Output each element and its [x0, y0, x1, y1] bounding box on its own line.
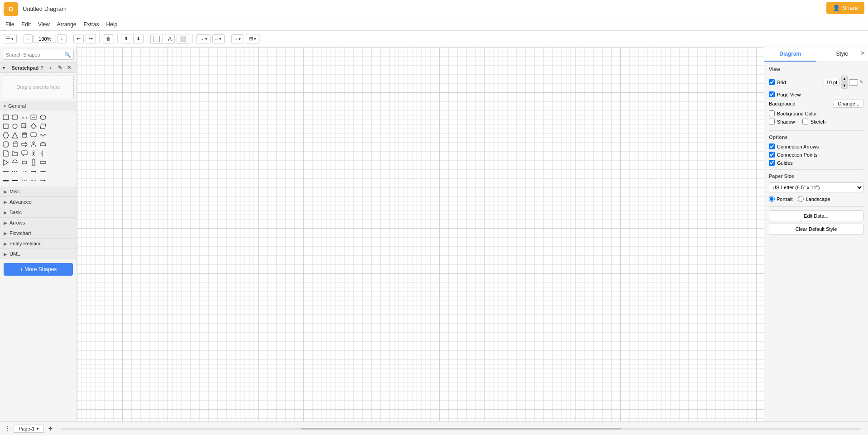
shape-square[interactable] [2, 122, 10, 130]
scratchpad-close-icon[interactable]: ✕ [67, 65, 74, 71]
grid-checkbox[interactable] [769, 79, 775, 85]
shape-diamond[interactable] [29, 122, 38, 130]
shape-triangle[interactable] [11, 131, 19, 139]
shape-small-rect[interactable] [20, 158, 29, 167]
menu-edit[interactable]: Edit [18, 19, 34, 29]
bottom-menu-icon[interactable]: ⋮ [3, 424, 12, 433]
shape-cloud[interactable] [39, 140, 47, 148]
grid-size-up-btn[interactable]: ▲ [841, 76, 848, 82]
section-header-misc[interactable]: ▶ Misc [0, 186, 77, 197]
shape-arrow-stub[interactable] [39, 177, 47, 185]
shape-brace[interactable] [39, 149, 47, 158]
shape-doc[interactable] [2, 149, 10, 158]
to-front-btn[interactable]: ⬆ [121, 34, 131, 43]
shape-rect-shadow[interactable] [20, 122, 29, 130]
shape-line-dashed[interactable] [11, 167, 19, 176]
edit-data-button[interactable]: Edit Data... [769, 210, 863, 221]
line-color-btn[interactable]: A [165, 34, 175, 44]
right-panel-close-icon[interactable]: ✕ [860, 50, 865, 57]
connection-arrows-checkbox[interactable] [769, 143, 775, 149]
shape-cylinder[interactable] [20, 131, 29, 139]
page-tab-1[interactable]: Page-1 ▾ [14, 425, 44, 433]
zoom-in-btn[interactable]: + [57, 34, 66, 43]
sketch-checkbox[interactable] [802, 119, 808, 124]
shape-line-solid[interactable] [2, 167, 10, 176]
section-header-general[interactable]: ▾ General [0, 101, 77, 111]
shape-ellipse[interactable] [39, 113, 47, 121]
clear-default-style-button[interactable]: Clear Default Style [769, 224, 863, 234]
more-shapes-button[interactable]: + More Shapes [4, 263, 73, 276]
connection-arrows-label[interactable]: Connection Arrows [777, 144, 819, 149]
grid-label[interactable]: Grid [769, 79, 786, 85]
horizontal-scrollbar-thumb[interactable] [301, 428, 621, 430]
shape-parallelogram[interactable] [39, 122, 47, 130]
shape-wide-rect[interactable] [39, 158, 47, 167]
connection-style-btn[interactable]: → ▾ [196, 34, 211, 43]
grid-size-down-btn[interactable]: ▼ [841, 82, 848, 89]
page-view-label[interactable]: Page View [777, 92, 801, 97]
connection-points-checkbox[interactable] [769, 152, 775, 158]
section-header-flowchart[interactable]: ▶ Flowchart [0, 228, 77, 239]
section-header-arrows[interactable]: ▶ Arrows [0, 218, 77, 228]
shadow-checkbox[interactable] [769, 119, 775, 124]
shape-wave[interactable] [39, 131, 47, 139]
shape-line-medium[interactable] [11, 177, 19, 185]
canvas-area[interactable] [77, 47, 764, 421]
menu-arrange[interactable]: Arrange [53, 19, 80, 29]
shape-line-arrow[interactable] [29, 167, 38, 176]
menu-file[interactable]: File [2, 19, 18, 29]
connection-points-label[interactable]: Connection Points [777, 152, 817, 158]
redo-btn[interactable]: ↪ [86, 34, 96, 43]
shape-line-double-arrow[interactable] [39, 167, 47, 176]
shape-tall-rect[interactable] [29, 158, 38, 167]
scratchpad-edit-icon[interactable]: ✎ [58, 65, 65, 71]
waypoint-btn[interactable]: ⌐ ▾ [212, 34, 225, 43]
sketch-label[interactable]: Sketch [810, 119, 826, 124]
scratchpad-help-icon[interactable]: ? [40, 65, 47, 71]
sidebar-toggle-btn[interactable]: ☰ ▾ [3, 34, 17, 43]
shape-speech-bubble[interactable] [20, 149, 29, 158]
shape-rectangle[interactable] [2, 113, 10, 121]
scratchpad-toggle-icon[interactable]: ▾ [3, 66, 10, 70]
shape-3d-box[interactable] [11, 140, 19, 148]
shape-half-circle[interactable] [11, 158, 19, 167]
page-view-checkbox[interactable] [769, 91, 775, 97]
menu-extras[interactable]: Extras [80, 19, 103, 29]
shape-line-thin-dashed[interactable] [20, 177, 29, 185]
shape-line-dashed-2[interactable] [29, 177, 38, 185]
background-color-checkbox[interactable] [769, 110, 775, 116]
to-back-btn[interactable]: ⬇ [133, 34, 144, 43]
portrait-option[interactable]: Portrait [769, 196, 792, 202]
shape-person[interactable] [29, 140, 38, 148]
shadow-btn[interactable] [177, 34, 189, 44]
grid-color-swatch[interactable] [849, 79, 858, 86]
guides-label[interactable]: Guides [777, 160, 793, 166]
guides-checkbox[interactable] [769, 160, 775, 166]
shape-folder[interactable] [11, 149, 19, 158]
shape-rounded-rect[interactable] [11, 113, 19, 121]
shadow-label[interactable]: Shadow [777, 119, 795, 124]
shape-circle[interactable] [11, 122, 19, 130]
shape-line-thick[interactable] [2, 177, 10, 185]
shape-text-box[interactable]: — [29, 113, 38, 121]
menu-view[interactable]: View [34, 19, 53, 29]
tab-diagram[interactable]: Diagram [764, 47, 816, 62]
delete-btn[interactable]: 🗑 [103, 34, 114, 43]
section-header-uml[interactable]: ▶ UML [0, 249, 77, 259]
landscape-radio[interactable] [798, 196, 804, 202]
paper-size-select[interactable]: US-Letter (8.5" x 11") A4 (8.27" x 11.69… [769, 182, 863, 192]
shape-octagon[interactable] [2, 140, 10, 148]
landscape-option[interactable]: Landscape [798, 196, 830, 202]
scratchpad-area[interactable]: Drag elements here [3, 76, 74, 98]
search-input[interactable] [3, 50, 74, 60]
table-btn[interactable]: ⊞ ▾ [246, 34, 259, 43]
shape-line-dotted[interactable] [20, 167, 29, 176]
insert-btn[interactable]: + ▾ [231, 34, 244, 43]
shape-arrow-right[interactable] [20, 140, 29, 148]
shape-hexagon[interactable] [2, 131, 10, 139]
section-header-entity-relation[interactable]: ▶ Entity Relation [0, 239, 77, 249]
menu-help[interactable]: Help [103, 19, 121, 29]
section-header-basic[interactable]: ▶ Basic [0, 207, 77, 218]
shape-stick-figure[interactable] [29, 149, 38, 158]
shape-triangle-right[interactable] [2, 158, 10, 167]
